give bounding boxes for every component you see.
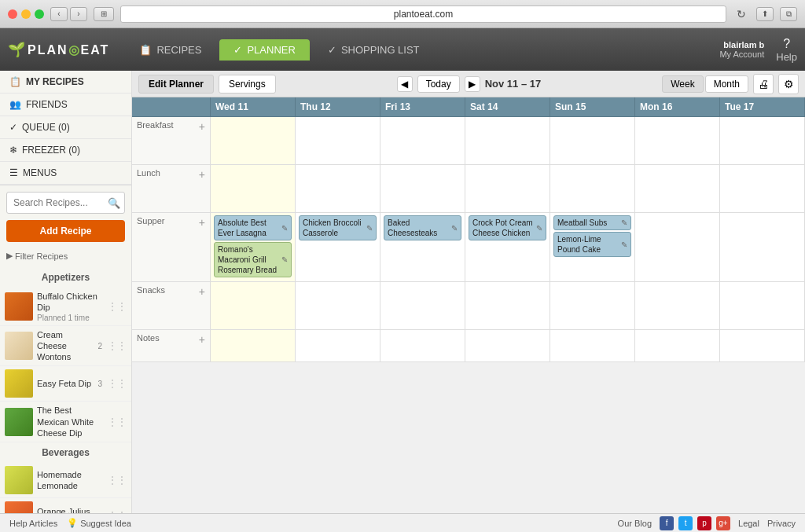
meal-crock-pot[interactable]: Crock Pot Cream Cheese Chicken ✎ (469, 215, 546, 240)
sidebar-item-freezer[interactable]: ❄ FREEZER (0) (0, 139, 131, 162)
notes-fri[interactable] (380, 330, 465, 361)
snacks-wed[interactable] (211, 282, 296, 329)
tab-planner[interactable]: ✓ PLANNER (219, 39, 309, 61)
logo[interactable]: 🌱 PLAN◎EAT (8, 41, 109, 58)
notes-wed[interactable] (211, 330, 296, 361)
maximize-button[interactable] (35, 9, 44, 19)
meal-edit-icon: ✎ (281, 255, 288, 264)
recipe-feta-dip[interactable]: Easy Feta Dip 3 ⋮⋮ (0, 366, 131, 402)
meal-lemon-lime-cake[interactable]: Lemon-Lime Pound Cake ✎ (553, 232, 631, 257)
snacks-thu[interactable] (296, 282, 380, 329)
new-tab-button[interactable]: ⧉ (780, 7, 797, 21)
header-sun: Sun 15 (550, 97, 635, 116)
calendar-grid: Wed 11 Thu 12 Fri 13 Sat 14 Sun 15 Mon 1… (132, 97, 805, 513)
supper-tue[interactable] (720, 213, 805, 281)
notes-add-icon[interactable]: + (199, 333, 205, 346)
header-tue: Tue 17 (720, 97, 805, 116)
sidebar-item-recipes[interactable]: 📋 MY RECIPES (0, 71, 131, 94)
supper-fri: Baked Cheesesteaks ✎ (380, 213, 465, 281)
sidebar-recipes-label: MY RECIPES (26, 76, 84, 87)
meal-lasagna[interactable]: Absolute Best Ever Lasagna ✎ (214, 215, 292, 240)
lunch-wed[interactable] (211, 165, 296, 212)
breakfast-wed[interactable] (211, 117, 296, 164)
settings-button[interactable]: ⚙ (778, 74, 799, 94)
lunch-fri[interactable] (380, 165, 465, 212)
meal-edit-icon: ✎ (451, 224, 458, 233)
meal-chicken-broccoli[interactable]: Chicken Broccoli Casserole ✎ (299, 215, 377, 240)
window-button[interactable]: ⊞ (94, 7, 114, 21)
close-button[interactable] (8, 9, 17, 19)
address-bar[interactable]: plantoeat.com (120, 6, 726, 23)
snacks-add-icon[interactable]: + (199, 285, 205, 298)
share-button[interactable]: ⬆ (756, 7, 774, 21)
notes-tue[interactable] (720, 330, 805, 361)
snacks-mon[interactable] (635, 282, 720, 329)
lunch-sun[interactable] (550, 165, 635, 212)
sidebar-item-menus[interactable]: ☰ MENUS (0, 162, 131, 185)
sidebar-item-queue[interactable]: ✓ QUEUE (0) (0, 116, 131, 139)
breakfast-sun[interactable] (550, 117, 635, 164)
snacks-sun[interactable] (550, 282, 635, 329)
breakfast-mon[interactable] (635, 117, 720, 164)
notes-mon[interactable] (635, 330, 720, 361)
recipe-buffalo-chicken[interactable]: Buffalo Chicken Dip Planned 1 time ⋮⋮ (0, 288, 131, 326)
help-articles-link[interactable]: Help Articles (9, 518, 57, 528)
pinterest-icon[interactable]: p (697, 516, 711, 530)
recipe-cream-cheese[interactable]: Cream Cheese Wontons 2 ⋮⋮ (0, 326, 131, 367)
recipes-icon: 📋 (139, 44, 152, 56)
lunch-tue[interactable] (720, 165, 805, 212)
snacks-fri[interactable] (380, 282, 465, 329)
legal-link[interactable]: Legal (738, 519, 759, 528)
help-link[interactable]: ? Help (776, 37, 797, 63)
back-button[interactable]: ‹ (50, 7, 68, 21)
meal-rosemary-bread[interactable]: Romano's Macaroni Grill Rosemary Bread ✎ (214, 242, 292, 277)
header-wed: Wed 11 (211, 97, 296, 116)
reload-button[interactable]: ↻ (733, 7, 750, 21)
meal-cheesesteaks[interactable]: Baked Cheesesteaks ✎ (384, 215, 461, 240)
privacy-link[interactable]: Privacy (767, 519, 796, 528)
next-week-button[interactable]: ▶ (465, 76, 480, 92)
recipe-mexican-dip[interactable]: The Best Mexican White Cheese Dip ⋮⋮ (0, 402, 131, 442)
googleplus-icon[interactable]: g+ (716, 516, 730, 530)
today-button[interactable]: Today (417, 75, 460, 93)
edit-planner-button[interactable]: Edit Planner (138, 75, 214, 94)
twitter-icon[interactable]: t (678, 516, 693, 530)
print-button[interactable]: 🖨 (753, 74, 774, 94)
month-view-button[interactable]: Month (705, 75, 748, 93)
lunch-sat[interactable] (465, 165, 550, 212)
supper-add-icon[interactable]: + (199, 216, 205, 229)
breakfast-tue[interactable] (720, 117, 805, 164)
add-recipe-button[interactable]: Add Recipe (6, 220, 125, 242)
filter-recipes-link[interactable]: ▶ Filter Recipes (0, 248, 131, 267)
recipe-orange-julius[interactable]: Orange Julius Planned 1 time ⋮⋮ (0, 498, 131, 513)
suggest-idea-link[interactable]: 💡 Suggest Idea (67, 518, 131, 528)
lunch-thu[interactable] (296, 165, 380, 212)
prev-week-button[interactable]: ◀ (397, 76, 413, 92)
week-view-button[interactable]: Week (662, 75, 703, 93)
lunch-mon[interactable] (635, 165, 720, 212)
servings-button[interactable]: Servings (219, 75, 276, 94)
supper-mon[interactable] (635, 213, 720, 281)
lunch-add-icon[interactable]: + (199, 168, 205, 181)
our-blog-link[interactable]: Our Blog (618, 519, 652, 528)
snacks-sat[interactable] (465, 282, 550, 329)
notes-sat[interactable] (465, 330, 550, 361)
snacks-tue[interactable] (720, 282, 805, 329)
notes-label: Notes + (132, 330, 211, 361)
breakfast-fri[interactable] (380, 117, 465, 164)
sidebar-item-friends[interactable]: 👥 FRIENDS (0, 94, 131, 116)
breakfast-add-icon[interactable]: + (199, 120, 205, 133)
notes-sun[interactable] (550, 330, 635, 361)
recipe-lemonade[interactable]: Homemade Lemonade ⋮⋮ (0, 463, 131, 498)
user-account[interactable]: blairlam b My Account (719, 40, 764, 59)
meal-meatball-subs[interactable]: Meatball Subs ✎ (553, 215, 631, 230)
forward-button[interactable]: › (70, 7, 87, 21)
notes-thu[interactable] (296, 330, 380, 361)
breakfast-sat[interactable] (465, 117, 550, 164)
tab-shopping[interactable]: ✓ SHOPPING LIST (314, 39, 434, 61)
minimize-button[interactable] (21, 9, 31, 19)
meal-item-text: Romano's Macaroni Grill Rosemary Bread (218, 244, 279, 275)
tab-recipes[interactable]: 📋 RECIPES (125, 39, 215, 61)
breakfast-thu[interactable] (296, 117, 380, 164)
facebook-icon[interactable]: f (660, 516, 674, 530)
